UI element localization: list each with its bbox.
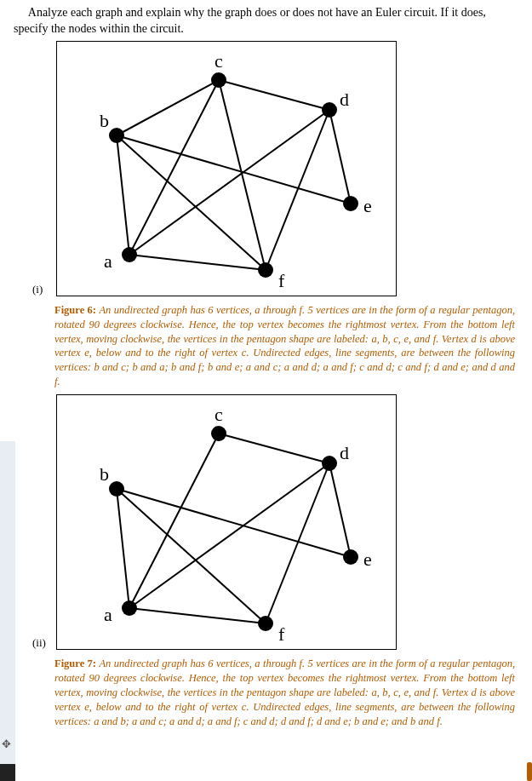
- svg-line-25: [129, 463, 329, 608]
- svg-line-7: [219, 80, 329, 110]
- scrollbar-thumb[interactable]: [527, 762, 532, 781]
- svg-point-13: [109, 128, 124, 143]
- svg-line-23: [117, 489, 129, 608]
- svg-text:b: b: [100, 110, 109, 131]
- svg-text:c: c: [215, 50, 223, 72]
- svg-line-9: [329, 110, 351, 204]
- svg-point-36: [211, 426, 226, 441]
- svg-line-24: [129, 434, 219, 608]
- svg-text:a: a: [104, 604, 112, 625]
- svg-point-34: [109, 481, 124, 497]
- figure-block-ii: (ii) abcdef Figure 7: An undirected grap…: [31, 394, 518, 728]
- figure-block-i: (i) abcdef Figure 6: An undirected graph…: [31, 41, 518, 389]
- svg-text:d: d: [340, 442, 349, 463]
- svg-text:e: e: [363, 548, 372, 570]
- left-margin-dark: [0, 764, 15, 781]
- svg-line-6: [129, 255, 266, 270]
- svg-line-29: [329, 463, 351, 557]
- svg-text:c: c: [215, 404, 223, 425]
- figure7-desc: An undirected graph has 6 vertices, a th…: [54, 658, 515, 727]
- svg-text:d: d: [340, 89, 349, 110]
- svg-text:f: f: [278, 270, 285, 291]
- svg-line-31: [117, 489, 266, 623]
- graph-svg-6: abcdef: [57, 42, 398, 297]
- svg-point-15: [211, 72, 226, 88]
- svg-point-38: [322, 456, 337, 471]
- figure6-desc: An undirected graph has 6 vertices, a th…: [54, 304, 515, 388]
- instruction-text: Analyze each graph and explain why the g…: [14, 5, 518, 37]
- figure7-caption: Figure 7: An undirected graph has 6 vert…: [54, 657, 515, 728]
- svg-point-32: [122, 600, 137, 616]
- svg-line-8: [219, 80, 266, 270]
- figure6-caption: Figure 6: An undirected graph has 6 vert…: [54, 303, 515, 389]
- svg-text:e: e: [363, 195, 372, 216]
- svg-point-19: [343, 196, 358, 211]
- item-label-i: (i): [32, 283, 43, 296]
- graph-svg-7: abcdef: [57, 395, 398, 651]
- svg-point-40: [343, 549, 358, 565]
- figure7-label: Figure 7:: [54, 658, 96, 669]
- page-content: Analyze each graph and explain why the g…: [0, 0, 532, 728]
- left-margin-strip: [0, 441, 15, 781]
- svg-line-27: [219, 434, 329, 463]
- svg-point-42: [258, 616, 273, 631]
- move-icon: ✥: [2, 738, 11, 751]
- item-label-ii: (ii): [32, 636, 46, 650]
- figure6-label: Figure 6:: [54, 304, 96, 316]
- svg-line-26: [129, 608, 266, 623]
- svg-point-11: [122, 247, 137, 262]
- svg-line-0: [117, 80, 219, 135]
- svg-line-5: [129, 110, 329, 255]
- svg-line-2: [117, 135, 266, 270]
- svg-text:f: f: [278, 623, 285, 645]
- svg-line-1: [117, 135, 129, 255]
- figure6-graph: abcdef: [56, 41, 397, 296]
- svg-point-21: [258, 262, 273, 278]
- svg-text:a: a: [104, 250, 112, 272]
- svg-point-17: [322, 102, 337, 118]
- svg-text:b: b: [100, 463, 109, 485]
- svg-line-4: [129, 80, 219, 255]
- figure7-graph: abcdef: [56, 394, 397, 650]
